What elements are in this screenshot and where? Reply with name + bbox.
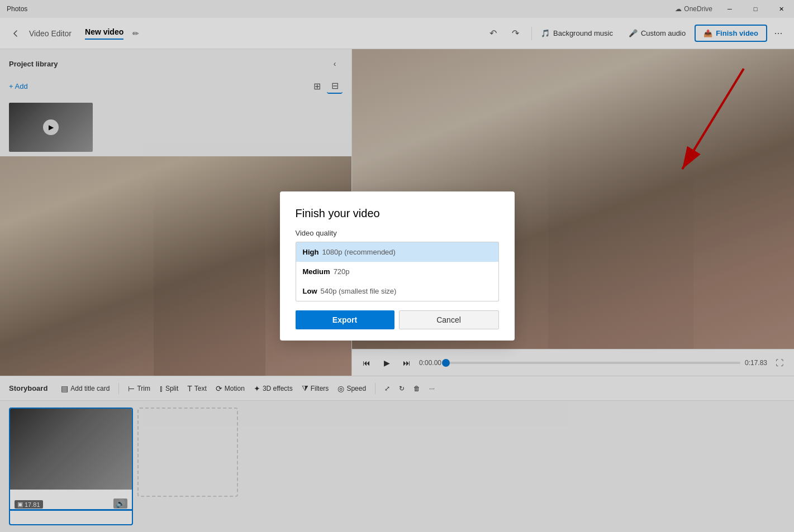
quality-low-detail: 540p (smallest file size) — [321, 287, 397, 295]
quality-option-low[interactable]: Low 540p (smallest file size) — [296, 281, 498, 301]
modal-title: Finish your video — [296, 207, 499, 220]
quality-high-label: High — [303, 248, 319, 256]
quality-option-medium[interactable]: Medium 720p — [296, 262, 498, 281]
cancel-button[interactable]: Cancel — [399, 310, 499, 329]
finish-video-modal: Finish your video Video quality High 108… — [280, 191, 515, 341]
quality-high-detail: 1080p (recommended) — [322, 248, 396, 256]
quality-dropdown[interactable]: High 1080p (recommended) Medium 720p Low… — [296, 242, 499, 301]
modal-quality-label: Video quality — [296, 229, 499, 237]
quality-low-label: Low — [303, 287, 317, 295]
export-button[interactable]: Export — [296, 310, 394, 329]
quality-option-high[interactable]: High 1080p (recommended) — [296, 242, 498, 262]
modal-overlay: Finish your video Video quality High 108… — [0, 0, 794, 532]
quality-medium-label: Medium — [303, 267, 330, 276]
modal-actions: Export Cancel — [296, 310, 499, 329]
quality-medium-detail: 720p — [334, 267, 350, 276]
